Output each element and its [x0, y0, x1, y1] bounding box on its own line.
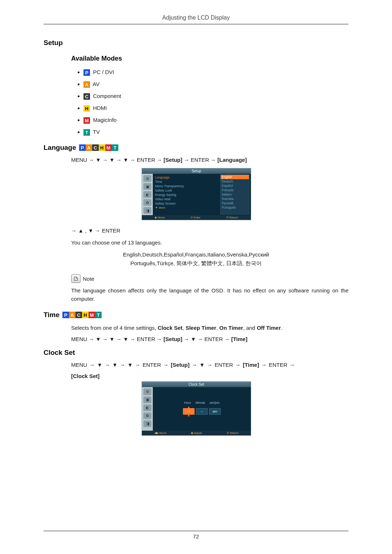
osd-footer-move: ◀▶ Move: [154, 431, 167, 435]
down-icon: ▼: [112, 362, 118, 368]
sep: ,: [183, 325, 185, 331]
mode-label-av: AV: [93, 81, 99, 87]
clock-label-hour: Hour: [184, 401, 191, 405]
arrow-icon: →: [184, 336, 189, 342]
osd-sidebar-tool-icon: ⚙: [143, 175, 151, 182]
osd-lang-item: Svenska: [221, 197, 249, 201]
tile-p-icon: P: [62, 312, 69, 318]
osd-lang-item: Español: [221, 184, 249, 188]
mode-tile-a-icon: A: [83, 81, 90, 88]
down-icon: ▼: [123, 336, 128, 342]
arrow-icon: →: [120, 362, 125, 368]
osd-sidebar: ⚙ ▣ ◐ ✿ ◨: [142, 174, 153, 215]
down-icon: ▼: [95, 157, 101, 163]
nav-enter: ENTER: [204, 336, 223, 342]
osd-language-list: English Deutsch Español Français Italian…: [220, 175, 249, 214]
tile-a-icon: A: [86, 144, 92, 151]
nav-setup-bracket: [Setup]: [164, 157, 183, 163]
nav-menu: MENU: [71, 157, 87, 163]
heading-time: Time P A C H M T: [44, 311, 348, 319]
arrow-icon: →: [130, 336, 135, 342]
time-opt-clockset: Clock Set: [158, 325, 182, 331]
nav-enter: ENTER: [215, 362, 233, 368]
osd-sidebar-tool-icon: ⚙: [143, 389, 151, 395]
arrow-icon: →: [157, 157, 162, 163]
nav-setup-bracket: [Setup]: [164, 336, 183, 342]
tile-p-icon: P: [79, 144, 86, 151]
arrow-icon: →: [290, 362, 295, 368]
osd-footer-return: ↺ Return: [226, 431, 238, 435]
language-list: English,Deutsch,Español,Français,Italian…: [44, 250, 348, 268]
mode-tile-t-icon: T: [83, 129, 90, 136]
nav-enter: ENTER: [137, 157, 155, 163]
clock-field-hour: --: [183, 408, 195, 415]
tile-c-icon: C: [75, 312, 82, 318]
mode-item-av: A AV: [83, 81, 348, 88]
down-icon: ▼: [199, 362, 205, 368]
down-arrow-icon: ▼: [187, 415, 191, 417]
tile-c-icon: C: [92, 144, 99, 151]
osd-menu-item: Safety Lock: [154, 188, 219, 193]
arrow-icon: →: [105, 362, 110, 368]
heading-clockset: Clock Set: [44, 349, 348, 357]
osd-footer-enter: ⏎ Enter: [190, 216, 200, 219]
osd-sidebar-gear-icon: ✿: [143, 199, 151, 206]
mode-item-hdmi: H HDMI: [83, 105, 348, 112]
mode-tile-h-icon: H: [83, 105, 90, 112]
osd-menu-item: Language: [154, 175, 219, 180]
osd-lang-item: Italiano: [221, 192, 249, 197]
time-opt-offtimer: Off Timer: [257, 325, 281, 331]
arrow-icon: →: [197, 336, 203, 342]
arrow-icon: →: [184, 157, 189, 163]
osd-footer-move: ◆ Move: [155, 216, 165, 219]
osd-sidebar-gear-icon: ✿: [143, 413, 151, 419]
osd-footer-return: ↺ Return: [226, 216, 238, 219]
osd-menu-item: Energy Saving: [154, 193, 219, 197]
osd-lang-item: Deutsch: [221, 179, 249, 184]
sep: ,: [216, 325, 219, 331]
nav-time-bracket: [Time]: [243, 362, 259, 368]
note-label: Note: [83, 276, 94, 282]
page-number: 72: [44, 531, 348, 539]
osd-menu-list: Language Time Menu Transparency Safety L…: [153, 174, 220, 215]
nav-post-language: → ▲ , ▼ → ENTER: [71, 227, 348, 235]
nav-enter: ENTER: [191, 157, 209, 163]
arrow-icon: →: [89, 157, 94, 163]
mode-tile-p-icon: P: [83, 69, 90, 76]
tile-t-icon: T: [95, 312, 102, 318]
mode-label-hdmi: HDMI: [93, 105, 107, 111]
osd-footer: ◆ Move ⏎ Enter ↺ Return: [142, 215, 251, 220]
osd-setup-screenshot: Setup ⚙ ▣ ◐ ✿ ◨ Language Time Menu Trans…: [142, 168, 251, 220]
down-icon: ▼: [95, 336, 101, 342]
osd-menu-item: Menu Transparency: [154, 184, 219, 188]
arrow-icon: →: [157, 336, 162, 342]
heading-available-modes: Available Modes: [71, 55, 348, 62]
osd-menu-item: Safety Screen: [154, 201, 219, 206]
heading-language-text: Language: [44, 144, 76, 152]
osd-sidebar-chart-icon: ◨: [143, 207, 151, 214]
osd-titlebar: Setup: [142, 168, 251, 174]
arrow-icon: →: [224, 336, 230, 342]
osd-footer-adjust: ◆ Adjust: [191, 431, 202, 435]
arrow-icon: →: [192, 362, 197, 368]
mode-tile-m-icon: M: [83, 117, 90, 124]
mode-label-pc: PC / DVI: [93, 69, 114, 75]
nav-menu: MENU: [71, 362, 87, 368]
osd-sidebar-picture-icon: ▣: [143, 397, 151, 403]
arrow-icon: →: [89, 362, 95, 368]
mode-item-pc: P PC / DVI: [83, 69, 348, 76]
osd-clock-title: Clock Set: [142, 382, 251, 387]
down-icon: ▼: [109, 336, 115, 342]
osd-lang-item: Français: [221, 188, 249, 192]
clock-field-minute: --: [196, 408, 208, 415]
arrow-icon: →: [235, 362, 241, 368]
nav-clockset-trail: [Clock Set]: [71, 373, 348, 379]
mode-item-component: C Component: [83, 93, 348, 100]
note-icon: [71, 274, 81, 283]
nav-line-language: MENU → ▼ → ▼ → ▼ → ENTER → [Setup] → ENT…: [71, 157, 348, 163]
arrow-icon: →: [102, 157, 108, 163]
note-text: The language chosen affects only the lan…: [71, 287, 348, 303]
clock-label-minute: Minute: [195, 401, 205, 405]
osd-sidebar-chart-icon: ◨: [143, 420, 151, 427]
down-icon: ▼: [127, 362, 133, 368]
